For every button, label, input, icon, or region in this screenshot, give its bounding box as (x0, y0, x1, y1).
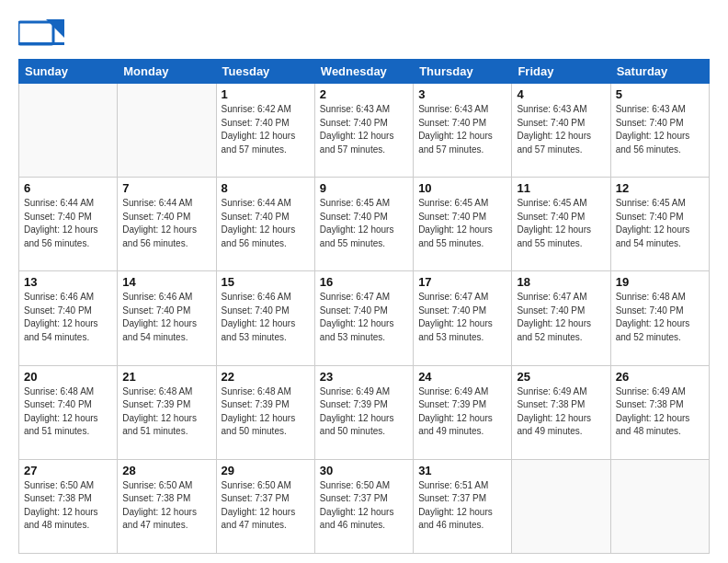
calendar-cell: 11Sunrise: 6:45 AM Sunset: 7:40 PM Dayli… (512, 178, 610, 271)
calendar-cell: 19Sunrise: 6:48 AM Sunset: 7:40 PM Dayli… (610, 271, 709, 365)
calendar-cell: 25Sunrise: 6:49 AM Sunset: 7:38 PM Dayli… (512, 365, 610, 459)
day-info: Sunrise: 6:48 AM Sunset: 7:39 PM Dayligh… (122, 385, 210, 439)
day-number: 9 (320, 181, 408, 195)
day-info: Sunrise: 6:45 AM Sunset: 7:40 PM Dayligh… (320, 197, 408, 250)
calendar-cell (610, 459, 709, 553)
day-info: Sunrise: 6:45 AM Sunset: 7:40 PM Dayligh… (418, 197, 506, 250)
calendar-cell (19, 84, 118, 178)
day-info: Sunrise: 6:45 AM Sunset: 7:40 PM Dayligh… (616, 197, 704, 250)
day-number: 29 (222, 464, 310, 477)
calendar-header-row: SundayMondayTuesdayWednesdayThursdayFrid… (19, 60, 710, 84)
calendar-cell: 9Sunrise: 6:45 AM Sunset: 7:40 PM Daylig… (314, 178, 413, 271)
calendar-cell: 5Sunrise: 6:43 AM Sunset: 7:40 PM Daylig… (610, 84, 709, 178)
day-number: 30 (320, 464, 408, 477)
day-info: Sunrise: 6:46 AM Sunset: 7:40 PM Dayligh… (222, 291, 310, 344)
day-number: 13 (24, 275, 112, 289)
logo-icon (18, 15, 64, 52)
column-header-monday: Monday (118, 60, 216, 84)
calendar-cell (512, 459, 610, 553)
week-row-5: 27Sunrise: 6:50 AM Sunset: 7:38 PM Dayli… (19, 459, 710, 553)
day-number: 3 (418, 87, 506, 101)
logo (18, 15, 66, 52)
day-info: Sunrise: 6:43 AM Sunset: 7:40 PM Dayligh… (320, 103, 408, 156)
calendar-cell: 24Sunrise: 6:49 AM Sunset: 7:39 PM Dayli… (414, 365, 512, 459)
day-number: 14 (122, 275, 210, 289)
day-info: Sunrise: 6:50 AM Sunset: 7:37 PM Dayligh… (320, 479, 408, 533)
day-number: 16 (320, 275, 408, 289)
calendar-cell: 20Sunrise: 6:48 AM Sunset: 7:40 PM Dayli… (19, 365, 118, 459)
day-number: 12 (616, 181, 704, 195)
day-number: 5 (616, 87, 704, 101)
day-info: Sunrise: 6:45 AM Sunset: 7:40 PM Dayligh… (517, 197, 605, 250)
calendar-table: SundayMondayTuesdayWednesdayThursdayFrid… (18, 59, 710, 554)
calendar-cell: 16Sunrise: 6:47 AM Sunset: 7:40 PM Dayli… (314, 271, 413, 365)
column-header-thursday: Thursday (414, 60, 512, 84)
calendar-cell: 14Sunrise: 6:46 AM Sunset: 7:40 PM Dayli… (118, 271, 216, 365)
page: SundayMondayTuesdayWednesdayThursdayFrid… (0, 0, 728, 563)
calendar-cell: 23Sunrise: 6:49 AM Sunset: 7:39 PM Dayli… (314, 365, 413, 459)
day-number: 1 (222, 87, 310, 101)
calendar-cell: 29Sunrise: 6:50 AM Sunset: 7:37 PM Dayli… (216, 459, 314, 553)
day-info: Sunrise: 6:50 AM Sunset: 7:38 PM Dayligh… (122, 479, 210, 533)
day-info: Sunrise: 6:46 AM Sunset: 7:40 PM Dayligh… (24, 291, 112, 344)
calendar-cell: 6Sunrise: 6:44 AM Sunset: 7:40 PM Daylig… (19, 178, 118, 271)
day-info: Sunrise: 6:51 AM Sunset: 7:37 PM Dayligh… (418, 479, 506, 533)
day-number: 8 (222, 181, 310, 195)
week-row-2: 6Sunrise: 6:44 AM Sunset: 7:40 PM Daylig… (19, 178, 710, 271)
day-number: 10 (418, 181, 506, 195)
calendar-cell: 1Sunrise: 6:42 AM Sunset: 7:40 PM Daylig… (216, 84, 314, 178)
day-info: Sunrise: 6:44 AM Sunset: 7:40 PM Dayligh… (24, 197, 112, 250)
day-number: 31 (418, 464, 506, 477)
day-info: Sunrise: 6:47 AM Sunset: 7:40 PM Dayligh… (320, 291, 408, 344)
column-header-sunday: Sunday (19, 60, 118, 84)
calendar-cell: 21Sunrise: 6:48 AM Sunset: 7:39 PM Dayli… (118, 365, 216, 459)
svg-rect-1 (18, 22, 53, 44)
column-header-tuesday: Tuesday (216, 60, 314, 84)
day-info: Sunrise: 6:44 AM Sunset: 7:40 PM Dayligh… (122, 197, 210, 250)
day-info: Sunrise: 6:50 AM Sunset: 7:37 PM Dayligh… (222, 479, 310, 533)
day-info: Sunrise: 6:50 AM Sunset: 7:38 PM Dayligh… (24, 479, 112, 533)
day-info: Sunrise: 6:49 AM Sunset: 7:38 PM Dayligh… (616, 385, 704, 439)
day-info: Sunrise: 6:49 AM Sunset: 7:39 PM Dayligh… (418, 385, 506, 439)
calendar-cell: 13Sunrise: 6:46 AM Sunset: 7:40 PM Dayli… (19, 271, 118, 365)
day-number: 4 (517, 87, 605, 101)
calendar-cell (118, 84, 216, 178)
day-info: Sunrise: 6:48 AM Sunset: 7:40 PM Dayligh… (616, 291, 704, 344)
day-number: 24 (418, 370, 506, 384)
calendar-cell: 31Sunrise: 6:51 AM Sunset: 7:37 PM Dayli… (414, 459, 512, 553)
week-row-4: 20Sunrise: 6:48 AM Sunset: 7:40 PM Dayli… (19, 365, 710, 459)
calendar-cell: 28Sunrise: 6:50 AM Sunset: 7:38 PM Dayli… (118, 459, 216, 553)
day-info: Sunrise: 6:49 AM Sunset: 7:39 PM Dayligh… (320, 385, 408, 439)
calendar-cell: 12Sunrise: 6:45 AM Sunset: 7:40 PM Dayli… (610, 178, 709, 271)
calendar-cell: 8Sunrise: 6:44 AM Sunset: 7:40 PM Daylig… (216, 178, 314, 271)
week-row-1: 1Sunrise: 6:42 AM Sunset: 7:40 PM Daylig… (19, 84, 710, 178)
column-header-friday: Friday (512, 60, 610, 84)
calendar-cell: 15Sunrise: 6:46 AM Sunset: 7:40 PM Dayli… (216, 271, 314, 365)
calendar-cell: 17Sunrise: 6:47 AM Sunset: 7:40 PM Dayli… (414, 271, 512, 365)
day-info: Sunrise: 6:47 AM Sunset: 7:40 PM Dayligh… (418, 291, 506, 344)
calendar-cell: 18Sunrise: 6:47 AM Sunset: 7:40 PM Dayli… (512, 271, 610, 365)
calendar-cell: 7Sunrise: 6:44 AM Sunset: 7:40 PM Daylig… (118, 178, 216, 271)
calendar-cell: 3Sunrise: 6:43 AM Sunset: 7:40 PM Daylig… (414, 84, 512, 178)
day-number: 26 (616, 370, 704, 384)
column-header-wednesday: Wednesday (314, 60, 413, 84)
day-number: 27 (24, 464, 112, 477)
calendar-cell: 27Sunrise: 6:50 AM Sunset: 7:38 PM Dayli… (19, 459, 118, 553)
day-number: 22 (222, 370, 310, 384)
day-number: 18 (517, 275, 605, 289)
calendar-cell: 22Sunrise: 6:48 AM Sunset: 7:39 PM Dayli… (216, 365, 314, 459)
day-info: Sunrise: 6:48 AM Sunset: 7:39 PM Dayligh… (222, 385, 310, 439)
day-number: 2 (320, 87, 408, 101)
day-number: 20 (24, 370, 112, 384)
day-info: Sunrise: 6:43 AM Sunset: 7:40 PM Dayligh… (418, 103, 506, 156)
day-info: Sunrise: 6:49 AM Sunset: 7:38 PM Dayligh… (517, 385, 605, 439)
calendar-cell: 10Sunrise: 6:45 AM Sunset: 7:40 PM Dayli… (414, 178, 512, 271)
day-info: Sunrise: 6:46 AM Sunset: 7:40 PM Dayligh… (122, 291, 210, 344)
day-number: 28 (122, 464, 210, 477)
day-info: Sunrise: 6:42 AM Sunset: 7:40 PM Dayligh… (222, 103, 310, 156)
day-info: Sunrise: 6:47 AM Sunset: 7:40 PM Dayligh… (517, 291, 605, 344)
day-number: 6 (24, 181, 112, 195)
calendar-cell: 26Sunrise: 6:49 AM Sunset: 7:38 PM Dayli… (610, 365, 709, 459)
day-info: Sunrise: 6:43 AM Sunset: 7:40 PM Dayligh… (616, 103, 704, 156)
day-number: 19 (616, 275, 704, 289)
